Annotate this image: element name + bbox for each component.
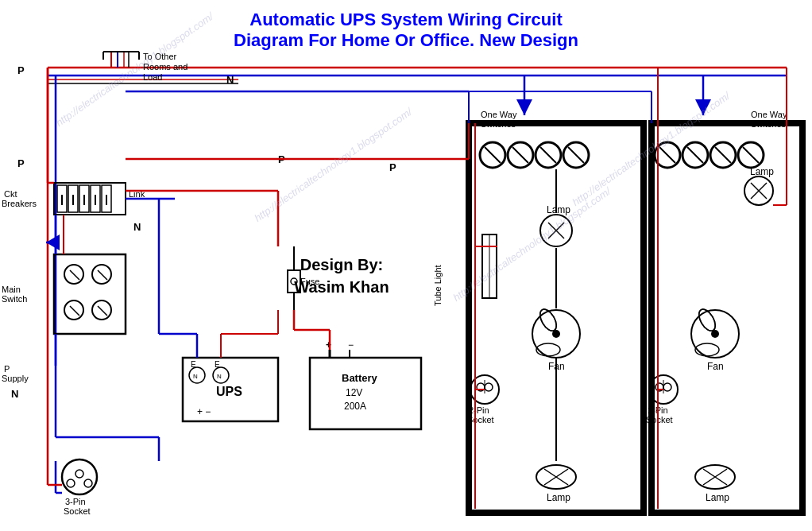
svg-line-147 (659, 147, 675, 163)
svg-text:12V: 12V (346, 387, 362, 398)
svg-text:One Way: One Way (481, 110, 517, 119)
diagram-container: http://electricaltechnology1.blogspot.co… (0, 0, 812, 531)
svg-text:Socket: Socket (646, 415, 673, 424)
svg-text:Supply: Supply (2, 374, 29, 383)
svg-line-106 (512, 147, 528, 163)
svg-text:N: N (193, 373, 198, 380)
designer-label: Design By: (300, 256, 383, 273)
svg-text:Lamp: Lamp (750, 166, 774, 177)
svg-text:N: N (217, 373, 222, 380)
svg-text:Switch: Switch (2, 294, 27, 304)
svg-text:N: N (133, 221, 141, 233)
svg-point-163 (711, 330, 719, 338)
svg-text:Lamp: Lamp (547, 204, 570, 215)
svg-rect-19 (54, 183, 126, 215)
svg-point-122 (552, 330, 560, 338)
svg-line-149 (715, 147, 731, 163)
svg-line-105 (485, 147, 501, 163)
svg-text:Socket: Socket (467, 415, 494, 424)
svg-text:Socket: Socket (64, 506, 91, 516)
svg-point-167 (663, 383, 671, 391)
svg-text:Fuse: Fuse (300, 277, 319, 286)
svg-point-60 (62, 459, 97, 494)
svg-text:Tube Light: Tube Light (433, 265, 443, 306)
svg-text:One Way: One Way (751, 110, 787, 119)
svg-text:3-Pin: 3-Pin (65, 497, 86, 506)
svg-text:Rooms and: Rooms and (143, 62, 188, 72)
svg-line-150 (743, 147, 759, 163)
svg-text:Lamp: Lamp (547, 492, 570, 503)
svg-line-148 (687, 147, 703, 163)
svg-line-48 (70, 306, 79, 316)
svg-text:P: P (389, 161, 396, 173)
svg-text:Lamp: Lamp (706, 492, 729, 503)
svg-text:P: P (4, 364, 10, 374)
svg-line-46 (70, 270, 79, 280)
svg-text:Switches: Switches (751, 119, 787, 129)
svg-point-161 (695, 343, 719, 356)
svg-point-120 (536, 343, 560, 356)
svg-text:+ −: + − (197, 406, 211, 417)
svg-text:−: − (348, 339, 354, 351)
svg-text:To Other: To Other (143, 52, 177, 61)
wiring-diagram: Automatic UPS System Wiring Circuit Diag… (0, 0, 812, 531)
svg-text:N: N (226, 74, 234, 86)
svg-point-62 (67, 479, 75, 487)
svg-text:Switches: Switches (481, 119, 516, 129)
svg-rect-140 (652, 123, 802, 513)
svg-text:P: P (17, 64, 25, 76)
svg-point-126 (485, 383, 493, 391)
svg-text:Load: Load (143, 72, 162, 82)
svg-text:Ckt: Ckt (4, 189, 17, 199)
svg-text:UPS: UPS (216, 385, 242, 398)
svg-line-107 (540, 147, 556, 163)
svg-line-47 (98, 270, 107, 280)
svg-text:Main: Main (2, 285, 21, 294)
svg-text:2-Pin: 2-Pin (469, 405, 489, 415)
title-line1: Automatic UPS System Wiring Circuit (249, 10, 563, 29)
svg-text:P: P (17, 157, 25, 169)
svg-point-63 (84, 479, 92, 487)
title-line2: Diagram For Home Or Office. New Design (234, 30, 578, 50)
svg-line-108 (568, 147, 584, 163)
svg-point-61 (75, 470, 83, 478)
svg-text:N: N (11, 388, 18, 400)
svg-line-49 (98, 306, 107, 316)
svg-text:Breakers: Breakers (2, 199, 37, 208)
svg-text:200A: 200A (344, 401, 366, 412)
svg-text:Battery: Battery (342, 372, 378, 384)
svg-rect-41 (54, 254, 126, 334)
svg-text:Fan: Fan (707, 361, 724, 372)
svg-rect-84 (310, 358, 421, 429)
